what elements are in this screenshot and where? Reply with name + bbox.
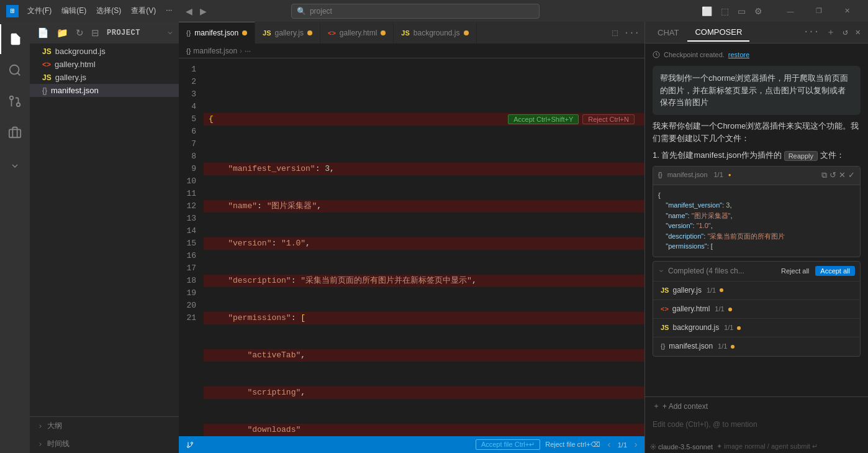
collapse-button[interactable]: ⊟	[89, 26, 102, 40]
reject-icon[interactable]: ✕	[839, 169, 846, 182]
menu-view[interactable]: 查看(V)	[127, 4, 160, 17]
code-line-3: "name": "图片采集器",	[204, 200, 644, 213]
code-editor[interactable]: 12345 678910 1112131415 1617181920 21 { …	[179, 58, 644, 436]
sidebar-toolbar: 📄 📁 ↻ ⊟ PROJECT	[30, 22, 179, 43]
menu-edit[interactable]: 编辑(E)	[58, 4, 90, 17]
menu-select[interactable]: 选择(S)	[93, 4, 125, 17]
activity-explorer[interactable]	[0, 24, 30, 54]
completed-header[interactable]: Completed (4 files ch... Reject all Acce…	[653, 262, 860, 281]
completed-label: Completed (4 files ch...	[668, 265, 744, 277]
file-list-item-gallery-js[interactable]: JS gallery.js 1/1	[653, 281, 860, 300]
outline-section[interactable]: 大纲	[30, 417, 179, 435]
close-panel-button[interactable]: ✕	[853, 25, 863, 39]
maximize-button[interactable]: ❐	[805, 0, 833, 22]
code-block-version: 1/1	[714, 170, 723, 181]
chat-input[interactable]: Edit code (Ctrl+I), @ to mention	[645, 415, 868, 440]
tab-chat[interactable]: CHAT	[650, 24, 686, 41]
accept-file-button[interactable]: Accept file Ctrl+↵	[476, 439, 540, 450]
code-line-9: "downloads"	[204, 424, 644, 436]
new-chat-button[interactable]: ＋	[824, 25, 838, 39]
file-list-item-gallery-html[interactable]: <> gallery.html 1/1	[653, 300, 860, 318]
chevron-right-icon	[37, 441, 43, 447]
accept-changes-button[interactable]: Accept Ctrl+Shift+Y	[508, 114, 579, 124]
model-name: claude-3.5-sonnet	[658, 443, 713, 451]
more-options-button[interactable]: ···	[801, 25, 821, 39]
file-name: background.js	[55, 47, 106, 56]
file-list-item-background-js[interactable]: JS background.js 1/1	[653, 318, 860, 337]
git-branch[interactable]	[184, 440, 196, 450]
file-item-manifest-json[interactable]: {} manifest.json	[30, 84, 179, 97]
file-item-gallery-js[interactable]: JS gallery.js	[30, 71, 179, 84]
timeline-section[interactable]: 时间线	[30, 435, 179, 453]
file-item-background-js[interactable]: JS background.js	[30, 45, 179, 58]
new-folder-button[interactable]: 📁	[54, 26, 71, 40]
split-editor-button[interactable]: ⬚	[610, 26, 620, 39]
html-icon: <>	[42, 60, 51, 69]
titlebar: ⊞ 文件(F) 编辑(E) 选择(S) 查看(V) ··· ◀ ▶ 🔍 proj…	[0, 0, 868, 22]
tab-background-js[interactable]: JS background.js	[394, 22, 476, 43]
copy-icon[interactable]: ⧉	[821, 169, 827, 182]
code-block-dot: ●	[728, 172, 731, 180]
breadcrumb-more[interactable]: ···	[245, 47, 251, 55]
reapply-button[interactable]: Reapply	[784, 151, 818, 161]
revert-icon[interactable]: ↺	[830, 169, 836, 182]
file-name: gallery.js	[672, 285, 701, 296]
breadcrumb-file[interactable]: manifest.json	[193, 47, 237, 55]
svg-point-10	[653, 446, 654, 447]
close-button[interactable]: ✕	[833, 0, 862, 22]
activity-chevron[interactable]	[0, 151, 30, 181]
completed-section: Completed (4 files ch... Reject all Acce…	[653, 261, 861, 357]
new-file-button[interactable]: 📄	[35, 26, 52, 40]
split-button[interactable]: ⬚	[717, 5, 733, 17]
activity-extensions[interactable]	[0, 117, 30, 147]
svg-point-2	[17, 103, 20, 107]
settings-button[interactable]: ⚙	[751, 5, 766, 17]
menu-more[interactable]: ···	[162, 4, 176, 17]
code-line-1: { Accept Ctrl+Shift+Y Reject Ctrl+N	[204, 113, 644, 126]
code-line-8: "scripting",	[204, 387, 644, 399]
nav-forward-button[interactable]: ▶	[197, 5, 209, 17]
file-tree: JS background.js <> gallery.html JS gall…	[30, 43, 179, 98]
file-name: manifest.json	[669, 341, 713, 352]
tab-manifest-json[interactable]: {} manifest.json	[179, 22, 255, 43]
minimize-button[interactable]: —	[776, 0, 805, 22]
tab-gallery-js[interactable]: JS gallery.js	[255, 22, 320, 43]
accept-icon[interactable]: ✓	[848, 169, 855, 182]
tab-modified-dot	[464, 30, 469, 35]
nav-back-button[interactable]: ◀	[183, 5, 195, 17]
history-button[interactable]: ↺	[840, 25, 850, 39]
prev-diff-icon[interactable]	[605, 441, 613, 449]
layout-button[interactable]: ⬜	[698, 5, 716, 17]
add-context-bar[interactable]: ＋ + Add context	[645, 397, 868, 415]
tab-modified-dot	[307, 30, 312, 35]
panel-button[interactable]: ▭	[734, 5, 749, 17]
global-search[interactable]: 🔍 project	[291, 4, 540, 19]
activity-source-control[interactable]	[0, 86, 30, 116]
right-panel: CHAT COMPOSER ··· ＋ ↺ ✕ Checkpoint creat…	[644, 22, 868, 453]
user-message: 帮我制作一个chorme浏览器插件，用于爬取当前页面的图片，并在新标签页显示，点…	[653, 66, 861, 115]
tab-composer[interactable]: COMPOSER	[687, 24, 749, 42]
file-list-item-manifest-json[interactable]: {} manifest.json 1/1	[653, 337, 860, 355]
reject-file-button[interactable]: Reject file ctrl+⌫	[545, 441, 600, 449]
reject-all-button[interactable]: Reject all	[777, 266, 813, 276]
tab-gallery-html[interactable]: <> gallery.html	[320, 22, 394, 43]
sidebar: 📄 📁 ↻ ⊟ PROJECT JS background.js <> gall…	[30, 22, 179, 453]
svg-point-7	[191, 442, 193, 444]
tab-label: gallery.html	[340, 29, 377, 37]
js-icon: JS	[42, 47, 52, 56]
activity-search[interactable]	[0, 55, 30, 85]
activity-bar	[0, 22, 30, 453]
file-item-gallery-html[interactable]: <> gallery.html	[30, 58, 179, 71]
accept-all-button[interactable]: Accept all	[815, 266, 855, 276]
restore-link[interactable]: restore	[728, 51, 749, 58]
refresh-button[interactable]: ↻	[73, 26, 86, 40]
menu-file[interactable]: 文件(F)	[24, 4, 55, 17]
app-logo: ⊞	[6, 5, 19, 17]
tab-more-button[interactable]: ···	[622, 27, 642, 39]
svg-line-1	[17, 73, 20, 75]
reject-changes-button[interactable]: Reject Ctrl+N	[582, 114, 635, 124]
breadcrumb-icon: {}	[186, 47, 191, 55]
completed-actions: Reject all Accept all	[777, 266, 855, 276]
model-info[interactable]: claude-3.5-sonnet	[650, 443, 713, 451]
next-diff-icon[interactable]	[632, 441, 640, 449]
